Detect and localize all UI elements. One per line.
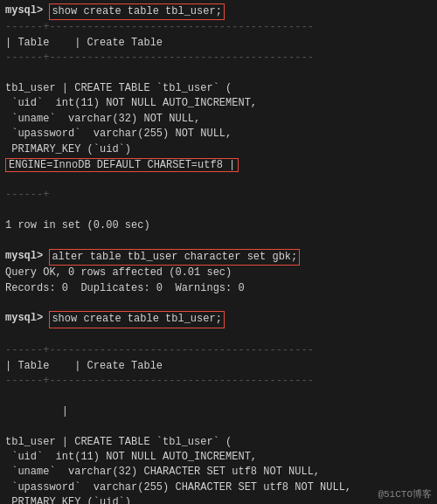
cmd-2: alter table tbl_user character set gbk; bbox=[49, 249, 300, 266]
prompt-1: mysql> bbox=[5, 3, 43, 18]
divider-2: ------+---------------------------------… bbox=[0, 51, 437, 66]
row-result-1: 1 row in set (0.00 sec) bbox=[0, 218, 437, 233]
blank-4 bbox=[0, 233, 437, 248]
code-4: `upassword` varchar(255) NOT NULL, bbox=[0, 127, 437, 142]
line-3: mysql> show create table tbl_user; bbox=[0, 311, 437, 328]
prompt-2: mysql> bbox=[5, 249, 43, 264]
divider-4: ------+---------------------------------… bbox=[0, 343, 437, 358]
code-9: `uname` varchar(32) CHARACTER SET utf8 N… bbox=[0, 465, 437, 480]
blank-8 bbox=[0, 419, 437, 434]
engine-utf8: ENGINE=InnoDB DEFAULT CHARSET=utf8 | bbox=[5, 158, 239, 172]
divider-5: ------+---------------------------------… bbox=[0, 374, 437, 389]
table-header-2: | Table | Create Table bbox=[0, 359, 437, 374]
code-6: | bbox=[0, 404, 437, 419]
watermark: @51CTO博客 bbox=[378, 487, 432, 501]
result-highlight-1: ENGINE=InnoDB DEFAULT CHARSET=utf8 | bbox=[0, 158, 437, 172]
divider-1: ------+---------------------------------… bbox=[0, 20, 437, 35]
blank-7 bbox=[0, 389, 437, 404]
code-5: PRIMARY_KEY (`uid`) bbox=[0, 142, 437, 157]
code-2: `uid` int(11) NOT NULL AUTO_INCREMENT, bbox=[0, 96, 437, 111]
records: Records: 0 Duplicates: 0 Warnings: 0 bbox=[0, 281, 437, 296]
code-11: PRIMARY_KEY (`uid`) bbox=[0, 495, 437, 504]
code-8: `uid` int(11) NOT NULL AUTO_INCREMENT, bbox=[0, 450, 437, 465]
terminal: mysql> show create table tbl_user; -----… bbox=[0, 0, 437, 504]
line-2: mysql> alter table tbl_user character se… bbox=[0, 249, 437, 266]
divider-3: ------+ bbox=[0, 188, 437, 203]
blank-2 bbox=[0, 173, 437, 188]
code-10: `upassword` varchar(255) CHARACTER SET u… bbox=[0, 480, 437, 495]
code-3: `uname` varchar(32) NOT NULL, bbox=[0, 112, 437, 127]
code-1: tbl_user | CREATE TABLE `tbl_user` ( bbox=[0, 81, 437, 96]
blank-6 bbox=[0, 328, 437, 343]
blank-5 bbox=[0, 296, 437, 311]
table-header-1: | Table | Create Table bbox=[0, 36, 437, 51]
code-7: tbl_user | CREATE TABLE `tbl_user` ( bbox=[0, 435, 437, 450]
line-1: mysql> show create table tbl_user; bbox=[0, 3, 437, 20]
cmd-3: show create table tbl_user; bbox=[49, 311, 224, 328]
blank-1 bbox=[0, 66, 437, 81]
cmd-1: show create table tbl_user; bbox=[49, 3, 224, 20]
query-ok: Query OK, 0 rows affected (0.01 sec) bbox=[0, 266, 437, 280]
blank-3 bbox=[0, 204, 437, 218]
prompt-3: mysql> bbox=[5, 311, 43, 326]
